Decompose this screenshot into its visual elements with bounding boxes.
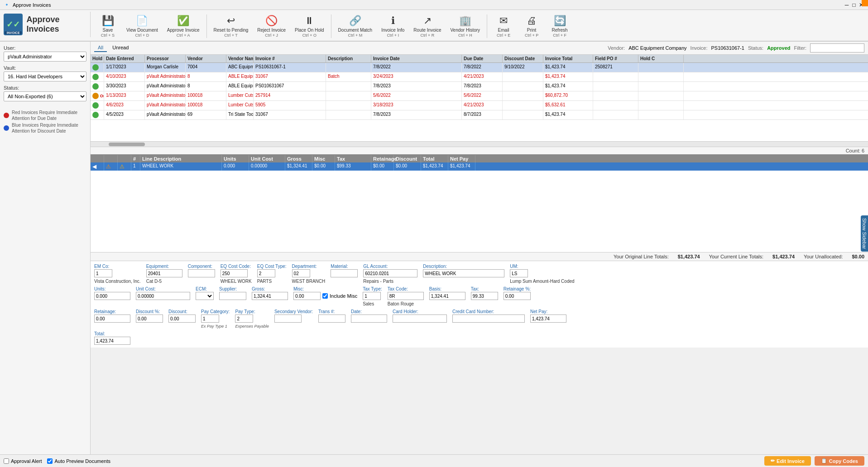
invoice-grid[interactable]: Hold Status Date Entered Processor Vendo… [91,55,868,141]
filter-input[interactable] [810,43,864,52]
dh-misc: Misc [312,155,335,162]
tax-input[interactable] [471,292,498,300]
equipment-label[interactable]: Equipment: [146,264,182,269]
table-row[interactable]: On Hold 1/13/2023 pVault Administrator 1… [91,91,868,101]
status-orange-icon [92,93,99,99]
cell-description [326,110,371,119]
equipment-input[interactable] [146,269,182,277]
secondary-vendor-input[interactable] [274,315,302,323]
component-label[interactable]: Component: [188,264,215,269]
date-input[interactable] [351,315,387,323]
description-label[interactable]: Description: [423,264,504,269]
basis-input[interactable] [429,292,465,300]
credit-card-input[interactable] [452,315,525,323]
dr-gross: $1,324.41 [285,162,312,171]
table-row[interactable]: 4/6/2023 pVault Administrator 100018 Lum… [91,101,868,110]
pay-category-input[interactable] [201,315,219,323]
material-input[interactable] [331,269,358,277]
show-sidebar-handle[interactable]: Show Sidebar [861,215,868,252]
reject-invoice-button[interactable]: 🚫 Reject Invoice Ctrl + J [253,13,290,40]
filter-label: Filter: [794,45,807,51]
vault-select[interactable]: 16. Hard Hat Developers [4,71,86,81]
invoice-info-button[interactable]: ℹ Invoice Info Ctrl + I [377,13,408,40]
grid-scroll-thumb[interactable] [109,143,145,146]
gl-account-input[interactable] [363,269,417,277]
unit-cost-input[interactable] [136,292,190,300]
edit-invoice-button[interactable]: ✏ Edit Invoice [764,456,811,466]
form-row-3: Retainage: Discount %: Discount: Pay Cat… [94,309,864,329]
supplier-input[interactable] [219,292,246,300]
document-match-button[interactable]: 🔗 Document Match Ctrl + M [334,13,377,40]
user-select[interactable]: pVault Administrator [4,52,86,62]
tab-unread[interactable]: Unread [109,44,132,52]
trans-num-input[interactable] [318,315,345,323]
cell-hold-c [638,110,684,119]
pay-type-input[interactable] [235,315,253,323]
approval-alert-label[interactable]: Approval Alert [4,458,42,464]
dr-unit-cost: 0.00000 [249,162,285,171]
eq-cost-type-label[interactable]: EQ Cost Type: [257,264,287,269]
print-button[interactable]: 🖨 Print Ctrl + P [518,13,545,40]
detail-row[interactable]: ◀ ⚠ ⚠ 1 WHEEL WORK 0.000 0.00000 $1,324.… [91,162,868,171]
um-label[interactable]: UM: [510,264,574,269]
ecm-field: ECM: [196,286,214,300]
material-label[interactable]: Material: [331,264,358,269]
cell-date: 1/13/2023 [104,91,145,100]
copy-codes-button[interactable]: 📋 Copy Codes [815,456,864,466]
trans-num-label: Trans #: [318,309,345,314]
tax-code-input[interactable] [388,292,424,300]
include-misc-text: Include Misc [330,293,357,299]
discount-pct-input[interactable] [136,315,163,323]
component-field: Component: [188,264,215,277]
auto-preview-checkbox[interactable] [47,458,53,464]
detail-nav-left[interactable]: ◀ [92,163,96,170]
grid-scrollbar[interactable] [91,141,868,147]
retainage-pct-input[interactable] [504,292,531,300]
view-document-button[interactable]: 📄 View Document Ctrl + D [122,13,162,40]
reset-pending-button[interactable]: ↩ Reset to Pending Ctrl + T [210,13,253,40]
units-input[interactable] [94,292,130,300]
total-input[interactable] [94,337,130,345]
em-co-label[interactable]: EM Co: [94,264,141,269]
department-label[interactable]: Department: [292,264,326,269]
misc-input[interactable] [293,292,321,300]
gross-input[interactable] [252,292,288,300]
description-input[interactable] [423,269,504,277]
route-invoice-button[interactable]: ↗ Route Invoice Ctrl + R [409,13,445,40]
approval-alert-checkbox[interactable] [4,458,9,464]
gl-account-label[interactable]: GL Account: [363,264,417,269]
status-select[interactable]: All Non-Exported (6) [4,91,86,101]
table-row[interactable]: 1/17/2023 Morgan Carlisle 7004 ABC Equip… [91,63,868,72]
auto-preview-label[interactable]: Auto Preview Documents [47,458,110,464]
um-input[interactable] [510,269,528,277]
component-input[interactable] [188,269,215,277]
save-button[interactable]: 💾 Save Ctrl + S [94,13,121,40]
card-holder-input[interactable] [393,315,447,323]
minimize-button[interactable]: ─ [844,2,850,8]
approve-invoice-button[interactable]: ✅ Approve Invoice Ctrl + A [163,13,204,40]
legend-red-dot [4,113,9,118]
table-row[interactable]: 4/10/2023 pVault Administrator 8 ABLE Eq… [91,72,868,82]
eq-cost-type-input[interactable] [257,269,275,277]
tax-type-input[interactable] [363,292,381,300]
department-input[interactable] [292,269,310,277]
retainage-input[interactable] [94,315,130,323]
restore-button[interactable]: □ [851,2,857,8]
net-pay-input[interactable] [530,315,566,323]
refresh-button[interactable]: 🔄 Refresh Ctrl + F [546,13,573,40]
table-row[interactable]: 3/30/2023 pVault Administrator 8 ABLE Eq… [91,82,868,91]
include-misc-checkbox[interactable] [322,293,328,299]
em-co-input[interactable] [94,269,112,277]
unallocated-label: Your Unallocated: [804,254,843,259]
vendor-history-button[interactable]: 🏢 Vendor History Ctrl + H [446,13,484,40]
table-row[interactable]: 4/5/2023 pVault Administrator 69 Tri Sta… [91,110,868,120]
cell-vendor-name: ABLE Equipment Rental Inc [226,72,254,81]
tab-all[interactable]: All [94,44,107,52]
email-button[interactable]: ✉ Email Ctrl + E [490,13,517,40]
eq-cost-code-input[interactable] [221,269,248,277]
place-on-hold-button[interactable]: ⏸ Place On Hold Ctrl + O [291,13,328,40]
eq-cost-code-label[interactable]: EQ Cost Code: [221,264,252,269]
include-misc-label[interactable]: Include Misc [322,293,357,299]
ecm-select[interactable] [196,292,214,300]
discount-input[interactable] [168,315,196,323]
